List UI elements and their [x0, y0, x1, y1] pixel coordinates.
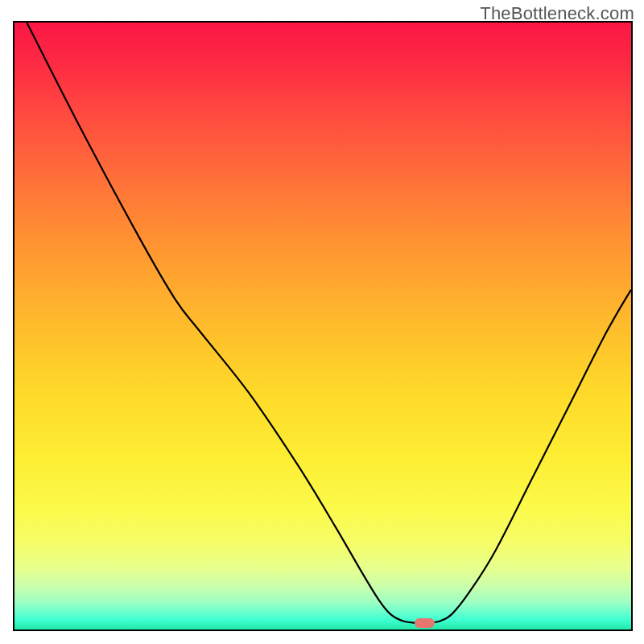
watermark-text: TheBottleneck.com — [480, 3, 634, 24]
curve-svg — [14, 23, 631, 630]
chart-container: TheBottleneck.com — [0, 0, 644, 644]
plot-area — [13, 21, 633, 631]
optimal-point-marker — [415, 618, 435, 628]
bottleneck-curve — [27, 23, 631, 623]
